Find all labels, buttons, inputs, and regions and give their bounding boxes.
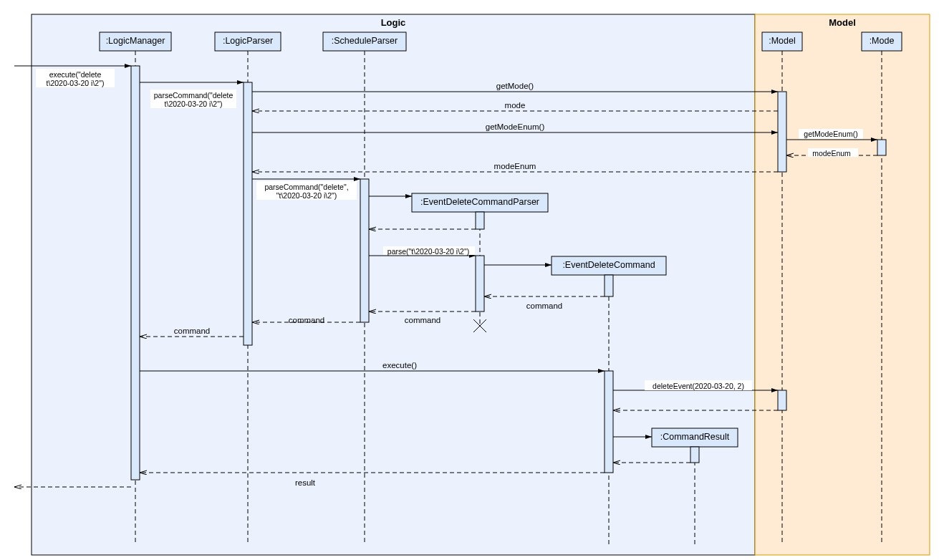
msg-getmodeenum-label: getModeEnum() xyxy=(486,122,545,131)
logic-title: Logic xyxy=(381,17,406,28)
msg-getmodeenum2-label: getModeEnum() xyxy=(804,130,857,138)
msg-command-label0: command xyxy=(526,301,563,310)
activation-commandresult xyxy=(690,447,699,463)
svg-text::LogicParser: :LogicParser xyxy=(223,36,273,46)
msg-execute-label-2: t\2020-03-20 i\2") xyxy=(47,79,105,87)
msg-execute2-label: execute() xyxy=(382,361,417,370)
msg-parsecommand2-label1: parseCommand("delete", xyxy=(264,183,348,191)
activation-logic-manager xyxy=(131,66,140,480)
activation-schedule-parser xyxy=(360,179,369,322)
msg-modeenum-label2: modeEnum xyxy=(494,162,536,170)
activation-edc2 xyxy=(605,371,613,473)
activation-edc1 xyxy=(605,275,613,296)
msg-command-label3: command xyxy=(174,327,211,335)
label-commandresult: :CommandResult xyxy=(660,432,730,442)
svg-text::Model: :Model xyxy=(769,36,796,46)
msg-mode-return-label: mode xyxy=(505,101,526,110)
svg-text::ScheduleParser: :ScheduleParser xyxy=(332,36,398,46)
model-title: Model xyxy=(829,17,856,28)
activation-logic-parser xyxy=(244,82,252,345)
msg-parsecommand2-label2: "t\2020-03-20 i\2") xyxy=(276,191,337,200)
svg-text::Mode: :Mode xyxy=(870,36,895,46)
msg-parsecommand1-label-2: t\2020-03-20 i\2") xyxy=(165,100,223,108)
msg-command-label2: command xyxy=(289,316,325,324)
label-edcp: :EventDeleteCommandParser xyxy=(420,197,539,207)
msg-modeenum-label1: modeEnum xyxy=(812,149,851,158)
activation-model-delete xyxy=(778,390,786,410)
label-edc: :EventDeleteCommand xyxy=(562,260,655,270)
msg-parsecommand1-label-1: parseCommand("delete xyxy=(154,91,233,100)
msg-getmode-label: getMode() xyxy=(496,82,534,90)
msg-command-label1: command xyxy=(405,316,441,324)
msg-result-label: result xyxy=(295,478,316,487)
activation-edcp1 xyxy=(476,212,484,229)
activation-model-getmode xyxy=(778,92,786,172)
svg-text::LogicManager: :LogicManager xyxy=(106,36,165,46)
activation-edcp2 xyxy=(476,256,484,312)
activation-mode xyxy=(877,140,886,155)
msg-deleteevent-label: deleteEvent(2020-03-20, 2) xyxy=(653,382,744,390)
sequence-diagram: Logic Model :LogicManager :LogicParser :… xyxy=(0,0,939,560)
msg-execute-label-1: execute("delete xyxy=(49,70,102,79)
msg-parse-label: parse("t\2020-03-20 i\2") xyxy=(387,247,469,256)
